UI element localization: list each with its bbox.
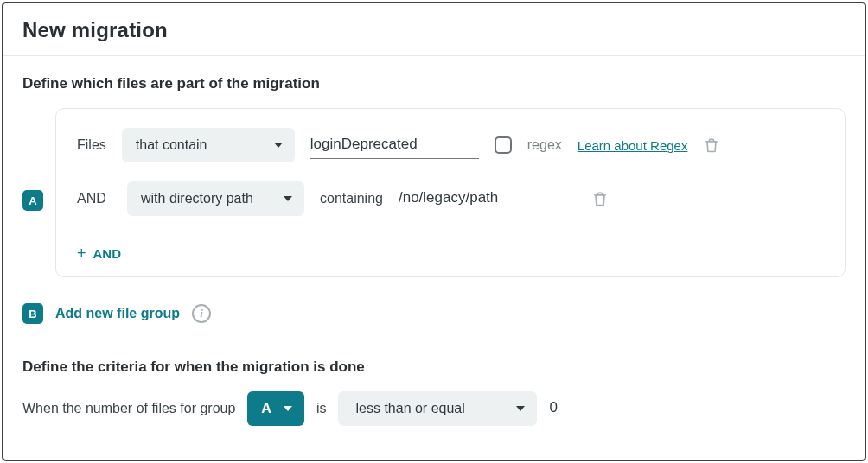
add-and-button[interactable]: + AND [77,240,121,261]
criteria-prefix: When the number of files for group [22,401,235,416]
add-and-label: AND [93,246,122,261]
learn-regex-link[interactable]: Learn about Regex [578,138,688,153]
group-badge-a: A [22,190,43,211]
match-type-value: that contain [136,137,207,153]
add-file-group-button[interactable]: Add new file group [55,306,180,321]
page-title: New migration [22,18,846,42]
section-criteria: Define the criteria for when the migrati… [22,358,846,426]
section-criteria-title: Define the criteria for when the migrati… [22,358,846,376]
path-input[interactable] [399,186,576,212]
delete-rule-button[interactable] [703,136,720,155]
containing-label: containing [320,191,383,206]
criteria-value-input[interactable] [549,396,713,422]
criteria-is-label: is [316,401,327,416]
rule-row: Files that contain regex Learn about Reg… [77,128,824,162]
match-type-dropdown[interactable]: that contain [122,128,295,162]
regex-checkbox[interactable] [495,136,512,154]
page-header: New migration [3,3,865,56]
criteria-group-value: A [261,401,271,416]
group-badge-b: B [22,303,43,324]
criteria-group-dropdown[interactable]: A [247,391,304,426]
regex-label: regex [527,137,562,153]
rule-row: AND with directory path containing [77,181,824,216]
delete-rule-button[interactable] [591,189,609,208]
trash-icon [703,136,720,155]
plus-icon: + [77,245,86,261]
info-icon[interactable]: i [192,304,211,323]
file-group-card: Files that contain regex Learn about Reg… [55,108,846,277]
page-body: Define which files are part of the migra… [3,56,865,426]
match-type-value: with directory path [141,191,253,206]
section-define-files-title: Define which files are part of the migra… [22,75,846,92]
criteria-operator-value: less than or equal [355,401,464,416]
app-frame: New migration Define which files are par… [2,2,866,461]
add-file-group-row: B Add new file group i [22,303,846,324]
criteria-operator-dropdown[interactable]: less than or equal [338,391,537,426]
match-type-dropdown[interactable]: with directory path [127,181,304,216]
trash-icon [591,189,609,208]
rule-prefix-label: Files [77,137,106,153]
pattern-input[interactable] [310,132,479,159]
rule-prefix-label: AND [77,191,112,206]
criteria-row: When the number of files for group A is … [22,391,846,426]
file-group-row: A Files that contain regex Learn about R… [22,108,846,277]
